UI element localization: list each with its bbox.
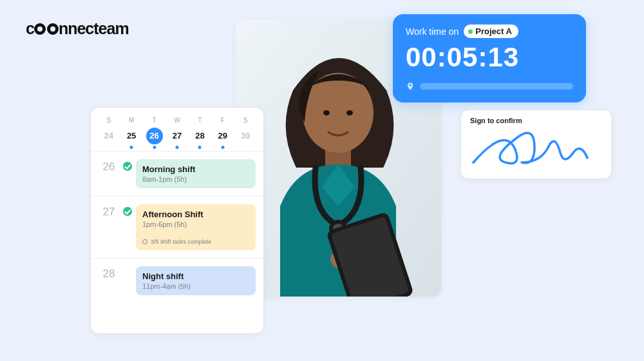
week-date-number: 25 [123,128,140,144]
event-dot-icon [130,146,133,149]
week-header: SMTWTFS24252627282930 [91,108,263,151]
shift-check-icon [123,207,132,216]
shift-date: 28 [99,266,119,280]
shift-tasks: 3/5 shift tasks complete [142,239,249,245]
project-pill[interactable]: Project A [464,24,518,38]
week-date-cell[interactable]: 29 [211,126,234,146]
shift-time: 11pm-4am (5h) [142,282,249,290]
signature-card[interactable]: Sign to confirm [460,110,612,179]
svg-point-10 [346,110,353,115]
week-date-cell[interactable]: 24 [97,126,120,146]
shift-card[interactable]: Night shift11pm-4am (5h) [136,266,256,295]
shift-card[interactable]: Afternoon Shift1pm-6pm (5h)3/5 shift tas… [136,204,256,250]
shift-check-icon [123,162,132,171]
shift-row[interactable]: 28Night shift11pm-4am (5h) [91,258,263,303]
brand-logo: cnnecteam [26,19,129,38]
week-date-number: 27 [169,128,185,144]
event-dot-icon [153,146,156,149]
task-progress-icon [142,239,147,244]
week-date-cell[interactable]: 30 [234,126,257,146]
svg-point-9 [323,110,330,115]
location-pin-icon [406,82,415,91]
schedule-card: SMTWTFS24252627282930 26Morning shift8am… [90,107,264,334]
event-dot-icon [221,146,224,149]
shift-card[interactable]: Morning shift8am-1pm (5h) [136,159,256,188]
shift-time: 1pm-6pm (5h) [142,220,249,228]
shift-name: Night shift [142,271,249,281]
shift-row[interactable]: 26Morning shift8am-1pm (5h) [91,151,263,196]
week-date-number: 28 [191,128,208,144]
weekday-label: S [97,117,120,124]
shift-name: Afternoon Shift [142,210,249,219]
timer-label: Work time on [406,26,459,37]
week-date-number: 29 [214,128,231,144]
weekday-label: T [143,117,166,124]
week-date-cell[interactable]: 28 [189,126,211,146]
weekday-label: F [211,117,234,124]
week-date-cell[interactable]: 27 [166,126,188,146]
shift-row[interactable]: 27Afternoon Shift1pm-6pm (5h)3/5 shift t… [91,196,263,258]
week-date-number: 24 [100,128,117,144]
shift-time: 8am-1pm (5h) [142,175,249,183]
weekday-label: T [189,117,211,124]
event-dot-icon [175,146,178,149]
week-date-cell[interactable]: 26 [143,126,166,146]
shift-name: Morning shift [142,164,249,174]
weekday-label: S [234,117,257,124]
signature-icon [470,127,602,171]
event-dot-icon [198,146,202,149]
week-date-number: 30 [237,128,254,144]
week-date-number: 26 [146,128,163,144]
shift-date: 26 [99,159,119,173]
logo-oo-icon [34,23,59,35]
week-date-cell[interactable]: 25 [120,126,142,146]
shift-tasks-text: 3/5 shift tasks complete [151,239,211,245]
weekday-label: M [120,117,142,124]
shift-date: 27 [99,204,119,219]
weekday-label: W [166,117,188,124]
signature-label: Sign to confirm [470,117,602,124]
work-timer-card: Work time on Project A 00:05:13 [393,14,586,102]
shift-list: 26Morning shift8am-1pm (5h)27Afternoon S… [91,151,263,303]
elapsed-time: 00:05:13 [406,42,573,73]
progress-bar[interactable] [420,83,573,90]
